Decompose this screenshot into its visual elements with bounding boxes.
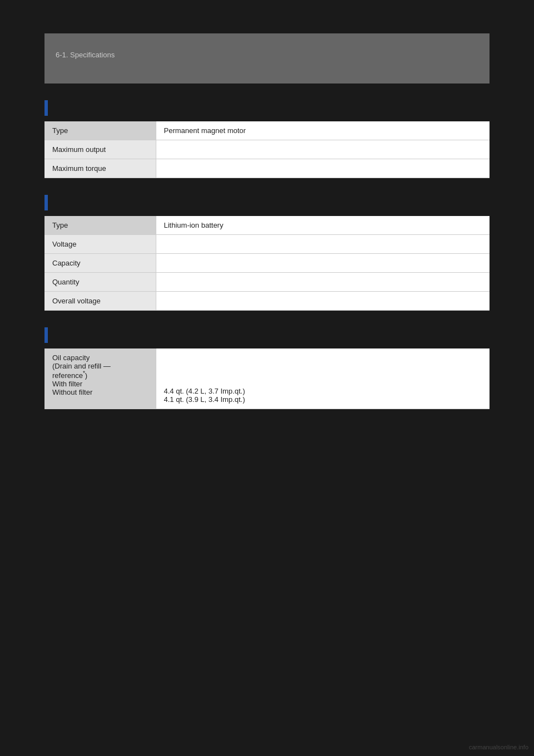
label-capacity: Capacity [44, 254, 156, 273]
table-row: Maximum output [44, 140, 490, 159]
drive-battery-table: Type Lithium-ion battery Voltage Capacit… [44, 216, 490, 311]
section-title-bar-2 [44, 195, 490, 210]
page-wrapper: 6-1. Specifications Type Permanent magne… [0, 33, 534, 756]
table-row: Voltage [44, 235, 490, 254]
table-row: Type Lithium-ion battery [44, 216, 490, 235]
label-quantity: Quantity [44, 273, 156, 292]
engine-oil-table: Oil capacity (Drain and refill — referen… [44, 348, 490, 409]
value-type-1: Permanent magnet motor [156, 121, 490, 140]
table-row: Maximum torque [44, 159, 490, 178]
drive-battery-section: Type Lithium-ion battery Voltage Capacit… [44, 195, 490, 311]
value-type-2: Lithium-ion battery [156, 216, 490, 235]
label-max-output: Maximum output [44, 140, 156, 159]
electric-motor-section: Type Permanent magnet motor Maximum outp… [44, 100, 490, 178]
section-indicator-3 [44, 327, 48, 343]
watermark-text: carmanualsonline.info [469, 744, 528, 750]
section-title-bar-1 [44, 100, 490, 116]
table-row: Oil capacity (Drain and refill — referen… [44, 348, 490, 409]
table-row: Quantity [44, 273, 490, 292]
value-max-output [156, 140, 490, 159]
section-indicator-2 [44, 195, 48, 210]
value-overall-voltage [156, 292, 490, 311]
label-oil-capacity: Oil capacity (Drain and refill — referen… [44, 348, 156, 409]
value-max-torque [156, 159, 490, 178]
section-indicator-1 [44, 100, 48, 116]
electric-motor-table: Type Permanent magnet motor Maximum outp… [44, 121, 490, 178]
table-row: Overall voltage [44, 292, 490, 311]
breadcrumb: 6-1. Specifications [56, 51, 115, 59]
label-type-1: Type [44, 121, 156, 140]
engine-oil-section: Oil capacity (Drain and refill — referen… [44, 327, 490, 409]
value-oil-capacity: 4.4 qt. (4.2 L, 3.7 Imp.qt.) 4.1 qt. (3.… [156, 348, 490, 409]
label-voltage: Voltage [44, 235, 156, 254]
label-overall-voltage: Overall voltage [44, 292, 156, 311]
content-area: Type Permanent magnet motor Maximum outp… [44, 100, 490, 409]
value-capacity [156, 254, 490, 273]
label-type-2: Type [44, 216, 156, 235]
header-bar: 6-1. Specifications [44, 33, 490, 84]
value-quantity [156, 273, 490, 292]
label-max-torque: Maximum torque [44, 159, 156, 178]
table-row: Capacity [44, 254, 490, 273]
section-title-bar-3 [44, 327, 490, 343]
table-row: Type Permanent magnet motor [44, 121, 490, 140]
value-voltage [156, 235, 490, 254]
